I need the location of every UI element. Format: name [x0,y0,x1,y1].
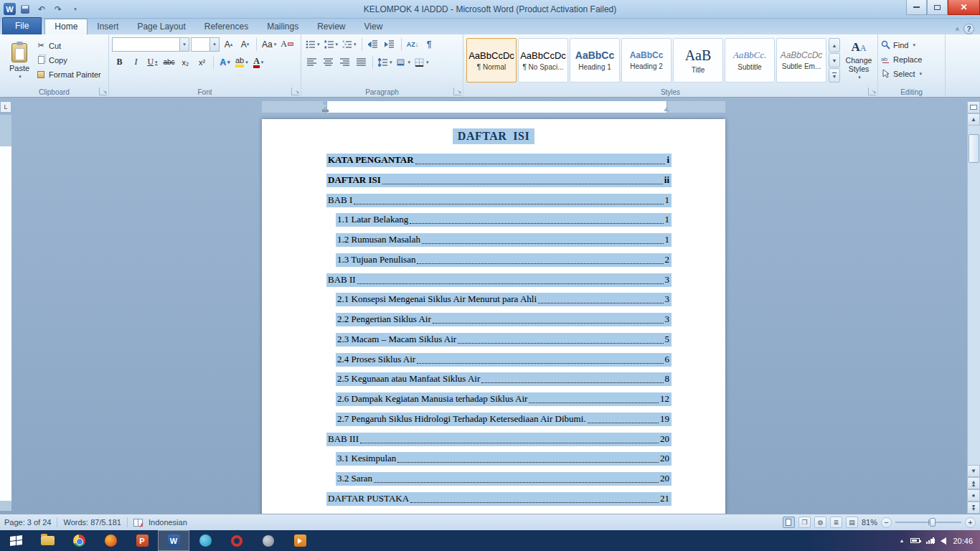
toc-entry[interactable]: 1.2 Rumusan Masalah 1 [326,233,672,253]
zoom-slider[interactable] [895,517,961,527]
view-ruler-toggle-button[interactable] [967,101,980,113]
copy-button[interactable]: Copy [36,54,101,66]
font-name-dropdown-icon[interactable]: ▾ [179,38,189,51]
minimize-ribbon-button[interactable]: ˄ [956,26,959,33]
zoom-level[interactable]: 81% [862,518,877,527]
tab-view[interactable]: View [355,19,392,34]
show-paragraph-marks-button[interactable]: ¶ [422,37,437,52]
style-title[interactable]: AaB Title [673,38,723,83]
start-button[interactable] [0,530,32,551]
tab-home[interactable]: Home [44,19,88,34]
tab-stop-selector[interactable]: L [0,101,11,113]
toc-entry[interactable]: 2.6 Dampak Kegiatan Manusia terhadap Sik… [326,392,672,413]
style-subtle-emphasis[interactable]: AaBbCcDc Subtle Em... [776,38,826,83]
text-highlight-button[interactable]: ab [234,55,250,70]
paste-button[interactable]: Paste [3,37,36,85]
style-subtitle[interactable]: AaBbCc. Subtitle [725,38,775,83]
proofing-errors-icon[interactable] [133,519,143,527]
toc-entry[interactable]: 2.4 Proses Siklus Air 6 [326,353,672,373]
zoom-slider-thumb[interactable] [930,518,936,527]
shrink-font-button[interactable]: A [237,37,253,52]
bullets-button[interactable] [304,37,321,52]
paragraph-dialog-launcher[interactable]: ↘ [453,88,461,95]
style-heading-2[interactable]: AaBbCc Heading 2 [621,38,672,83]
font-name-select[interactable]: ▾ [112,37,189,52]
scrollbar-thumb[interactable] [969,134,979,163]
align-left-button[interactable] [304,55,319,70]
word-count[interactable]: Words: 87/5.181 [63,518,121,527]
zoom-in-button[interactable]: + [965,517,976,528]
toc-entry[interactable]: 2.2 Pengertian Siklus Air 3 [326,313,672,333]
styles-gallery-more-button[interactable]: ▼ [829,68,840,83]
toc-entry[interactable]: DAFTAR PUSTAKA 21 [326,492,672,512]
tab-file[interactable]: File [2,17,42,34]
battery-icon[interactable] [910,538,920,543]
increase-indent-button[interactable] [382,37,397,52]
vertical-scrollbar[interactable]: ▲ ▼ ▲▲ ● ▼▼ [967,101,980,514]
customize-quick-access-button[interactable] [67,2,82,16]
media-player-button[interactable] [284,530,316,551]
font-dialog-launcher[interactable]: ↘ [291,88,299,95]
select-button[interactable]: Select [881,67,942,80]
help-button[interactable]: ? [963,24,974,34]
redo-button[interactable]: ↷ [51,2,65,16]
clipboard-dialog-launcher[interactable]: ↘ [99,88,107,95]
tab-mailings[interactable]: Mailings [258,19,308,34]
undo-button[interactable]: ↶ [34,2,49,16]
subscript-button[interactable]: x₂ [178,55,193,70]
toc-entry[interactable]: 2.1 Konsepsi Mengenai Siklus Air Menurut… [326,293,672,313]
toc-entry[interactable]: 3.2 Saran 20 [326,472,672,492]
toc-title[interactable]: DAFTAR ISI [453,128,534,144]
tab-insert[interactable]: Insert [88,19,128,34]
firefox-button[interactable] [95,530,126,551]
multilevel-list-button[interactable] [341,37,358,52]
tab-review[interactable]: Review [308,19,354,34]
skype-button[interactable] [189,530,221,551]
print-layout-view-button[interactable] [783,517,795,528]
align-center-button[interactable] [321,55,336,70]
maximize-button[interactable] [927,0,948,15]
toc-entry[interactable]: 2.3 Macam – Macam Siklus Air 5 [326,333,672,353]
decrease-indent-button[interactable] [366,37,381,52]
scroll-down-button[interactable]: ▼ [967,465,980,477]
horizontal-ruler[interactable] [262,101,725,113]
borders-button[interactable] [413,55,430,70]
font-color-button[interactable]: A [251,55,266,70]
toc-entry[interactable]: 1.1 Latar Belakang 1 [326,213,672,233]
minimize-button[interactable] [906,0,927,15]
clear-formatting-button[interactable]: A [279,37,295,52]
underline-button[interactable]: U [145,55,160,70]
draft-view-button[interactable]: ▤ [846,517,858,528]
chrome-button[interactable] [63,530,95,551]
font-size-select[interactable]: ▾ [191,37,220,52]
scrollbar-track[interactable] [967,126,980,465]
file-explorer-button[interactable] [32,530,63,551]
toc-entry[interactable]: BAB II 3 [326,273,672,293]
toc-entry[interactable]: BAB III 20 [326,433,672,453]
select-browse-object-button[interactable]: ● [967,489,980,501]
full-screen-reading-view-button[interactable]: ❐ [798,517,811,528]
justify-button[interactable] [354,55,369,70]
toc-entry[interactable]: 2.5 Kegunaan atau Manfaat Siklus Air 8 [326,372,672,392]
change-case-button[interactable]: Aa [260,37,278,52]
show-hidden-icons-button[interactable]: ▲ [900,538,905,543]
cut-button[interactable]: ✂ Cut [36,39,101,52]
toc-entry[interactable]: BAB I 1 [326,194,672,214]
style-normal[interactable]: AaBbCcDc ¶ Normal [466,38,517,83]
previous-page-button[interactable]: ▲▲ [967,477,980,489]
superscript-button[interactable]: x² [194,55,209,70]
text-effects-button[interactable]: A [217,55,232,70]
grow-font-button[interactable]: A [221,37,236,52]
next-page-button[interactable]: ▼▼ [967,501,980,514]
format-painter-button[interactable]: Format Painter [36,68,101,80]
styles-gallery-up-button[interactable]: ▲ [829,38,840,52]
vertical-ruler[interactable] [0,115,11,511]
toc-entry[interactable]: 2.7 Pengaruh Siklus Hidrologi Terhadap K… [326,413,672,433]
volume-icon[interactable] [941,537,946,545]
outline-view-button[interactable]: ≣ [830,517,842,528]
save-button[interactable] [18,2,32,16]
taskbar-clock[interactable]: 20:46 [953,537,973,545]
scroll-up-button[interactable]: ▲ [967,113,980,126]
page-indicator[interactable]: Page: 3 of 24 [4,518,51,527]
toc-entry[interactable]: DAFTAR ISI ii [326,174,672,194]
